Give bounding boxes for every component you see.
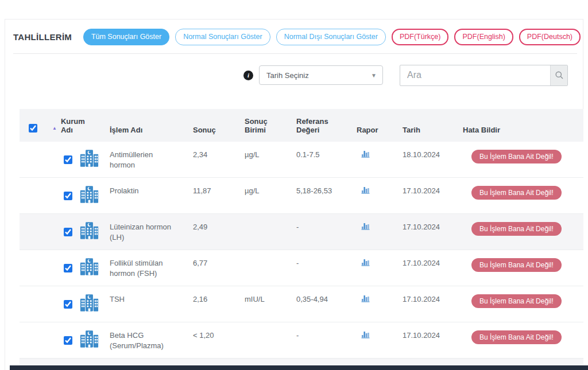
row-spacer-cell xyxy=(20,142,49,178)
report-error-button[interactable]: Bu İşlem Bana Ait Değil! xyxy=(471,150,562,163)
table-row: Antimüllerien hormon 2,34 µg/L 0.1-7.5 1… xyxy=(20,142,583,178)
tarih-cell: 18.10.2024 xyxy=(403,142,463,178)
tarih-cell: 17.10.2024 xyxy=(403,177,463,213)
kurum-adi-cell xyxy=(49,286,110,322)
row-spacer-cell xyxy=(20,177,49,213)
row-checkbox[interactable] xyxy=(64,155,72,164)
report-error-button[interactable]: Bu İşlem Bana Ait Değil! xyxy=(471,330,562,344)
col-header-rapor: Rapor xyxy=(357,109,403,142)
hata-bildir-cell: Bu İşlem Bana Ait Değil! xyxy=(463,177,583,213)
rapor-cell xyxy=(357,177,403,213)
report-chart-icon[interactable] xyxy=(361,186,371,197)
sonuc-cell: 6,77 xyxy=(193,250,245,286)
rapor-cell xyxy=(357,213,403,250)
referans-degeri-cell: - xyxy=(296,250,357,286)
col-header-tarih: Tarih xyxy=(403,109,463,142)
sonuc-birimi-cell xyxy=(245,250,296,286)
tarih-cell: 17.10.2024 xyxy=(403,213,463,250)
table-row: Lüteinizan hormon (LH) 2,49 - 17.10.2024… xyxy=(20,213,583,250)
table-row: Beta HCG (Serum/Plazma) < 1,20 - 17.10.2… xyxy=(20,322,583,358)
hata-bildir-cell: Bu İşlem Bana Ait Değil! xyxy=(463,213,583,250)
filter-button-group: Tüm Sonuçları Göster Normal Sonuçları Gö… xyxy=(83,29,581,45)
row-checkbox[interactable] xyxy=(64,228,72,236)
hospital-icon xyxy=(80,294,99,315)
col-header-hata-bildir: Hata Bildir xyxy=(463,109,583,142)
tarih-cell: 17.10.2024 xyxy=(403,250,463,286)
kurum-adi-cell xyxy=(49,213,110,250)
report-chart-icon[interactable] xyxy=(361,150,371,161)
islem-adi-cell: Beta HCG (Serum/Plazma) xyxy=(110,322,193,358)
table-row: Prolaktin 11,87 µg/L 5,18-26,53 17.10.20… xyxy=(20,177,583,213)
islem-adi-cell: Prolaktin xyxy=(110,177,193,213)
row-checkbox[interactable] xyxy=(64,336,72,345)
sonuc-cell: 2,34 xyxy=(193,142,245,178)
info-icon[interactable]: i xyxy=(243,71,253,80)
referans-degeri-cell: - xyxy=(296,322,357,358)
title-row: TAHLİLLERİM Tüm Sonuçları Göster Normal … xyxy=(5,20,583,53)
search-group xyxy=(400,65,568,86)
sonuc-birimi-cell xyxy=(245,322,296,358)
row-spacer-cell xyxy=(20,250,49,286)
results-table: ▲Kurum Adı İşlem Adı Sonuç Sonuç Birimi … xyxy=(20,109,583,370)
report-error-button[interactable]: Bu İşlem Bana Ait Değil! xyxy=(471,294,562,308)
kurum-adi-cell xyxy=(49,177,110,213)
row-checkbox[interactable] xyxy=(64,264,72,272)
report-chart-icon[interactable] xyxy=(361,294,371,305)
row-spacer-cell xyxy=(20,322,49,358)
pdf-english-button[interactable]: PDF(English) xyxy=(454,29,513,45)
report-error-button[interactable]: Bu İşlem Bana Ait Değil! xyxy=(471,222,562,236)
search-input[interactable] xyxy=(400,65,568,86)
hata-bildir-cell: Bu İşlem Bana Ait Değil! xyxy=(463,286,583,322)
kurum-adi-cell xyxy=(49,142,110,178)
show-all-results-button[interactable]: Tüm Sonuçları Göster xyxy=(83,29,169,45)
report-chart-icon[interactable] xyxy=(361,222,371,233)
table-row: TSH 2,16 mIU/L 0,35-4,94 17.10.2024 Bu İ… xyxy=(20,286,583,322)
results-card: TAHLİLLERİM Tüm Sonuçları Göster Normal … xyxy=(5,19,583,370)
row-spacer-cell xyxy=(20,213,49,250)
referans-degeri-cell: 5,18-26,53 xyxy=(296,177,357,213)
hospital-icon xyxy=(80,185,99,207)
col-header-sonuc: Sonuç xyxy=(193,109,245,142)
sonuc-birimi-cell: µg/L xyxy=(245,142,296,178)
rapor-cell xyxy=(357,142,403,178)
kurum-adi-cell xyxy=(49,250,110,286)
row-spacer-cell xyxy=(20,286,49,322)
hata-bildir-cell: Bu İşlem Bana Ait Değil! xyxy=(463,322,583,358)
pdf-turkish-button[interactable]: PDF(Türkçe) xyxy=(392,29,449,45)
islem-adi-cell: Lüteinizan hormon (LH) xyxy=(110,213,193,250)
row-checkbox[interactable] xyxy=(64,192,72,200)
search-button[interactable] xyxy=(550,65,567,85)
show-abnormal-results-button[interactable]: Normal Dışı Sonuçları Göster xyxy=(276,29,386,45)
table-row: Follikül stimülan hormon (FSH) 6,77 - 17… xyxy=(20,250,583,286)
sonuc-cell: 11,87 xyxy=(193,177,245,213)
hata-bildir-cell: Bu İşlem Bana Ait Değil! xyxy=(463,250,583,286)
sonuc-birimi-cell: mIU/L xyxy=(245,286,296,322)
referans-degeri-cell: 0.1-7.5 xyxy=(296,142,357,178)
tarih-cell: 17.10.2024 xyxy=(403,286,463,322)
sonuc-cell: < 1,20 xyxy=(193,322,245,358)
referans-degeri-cell: 0,35-4,94 xyxy=(296,286,357,322)
filter-row: i Tarih Seçiniz ▼ xyxy=(5,65,568,86)
report-error-button[interactable]: Bu İşlem Bana Ait Değil! xyxy=(471,258,562,272)
show-normal-results-button[interactable]: Normal Sonuçları Göster xyxy=(175,29,270,45)
col-header-kurum-adi: ▲Kurum Adı xyxy=(49,109,110,142)
col-header-sonuc-birimi: Sonuç Birimi xyxy=(245,109,296,142)
pdf-german-button[interactable]: PDF(Deutsch) xyxy=(519,29,581,45)
report-chart-icon[interactable] xyxy=(361,330,371,341)
search-icon xyxy=(555,71,564,80)
rapor-cell xyxy=(357,322,403,358)
sort-asc-icon[interactable]: ▲ xyxy=(52,126,57,131)
rapor-cell xyxy=(357,286,403,322)
row-checkbox[interactable] xyxy=(64,300,72,309)
tarih-cell: 17.10.2024 xyxy=(403,322,463,358)
report-error-button[interactable]: Bu İşlem Bana Ait Değil! xyxy=(471,186,562,200)
table-header-row: ▲Kurum Adı İşlem Adı Sonuç Sonuç Birimi … xyxy=(20,109,583,142)
select-all-checkbox[interactable] xyxy=(29,124,37,133)
hospital-icon xyxy=(80,149,99,170)
page-title: TAHLİLLERİM xyxy=(13,32,72,42)
chevron-down-icon: ▼ xyxy=(371,72,377,79)
rapor-cell xyxy=(357,250,403,286)
hospital-icon xyxy=(80,330,99,351)
date-select[interactable]: Tarih Seçiniz ▼ xyxy=(259,65,383,85)
report-chart-icon[interactable] xyxy=(361,258,371,269)
